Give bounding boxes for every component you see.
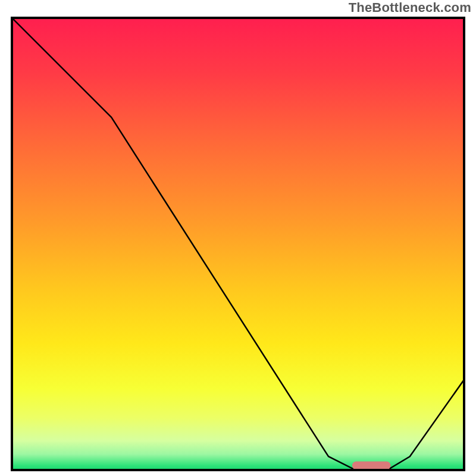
valley-marker xyxy=(352,462,391,470)
bottleneck-chart xyxy=(0,0,476,476)
watermark-label: TheBottleneck.com xyxy=(349,0,471,15)
chart-container: TheBottleneck.com xyxy=(0,0,476,476)
